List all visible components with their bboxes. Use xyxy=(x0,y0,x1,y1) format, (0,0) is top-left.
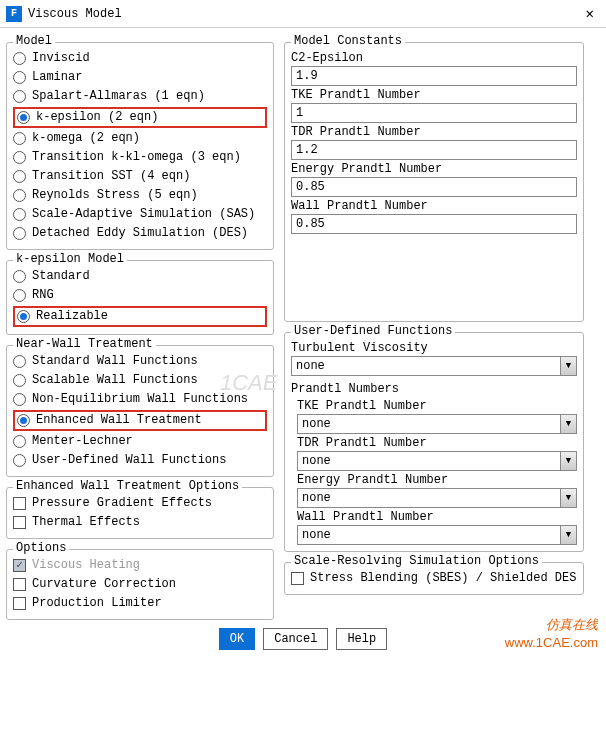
constant-label: TKE Prandtl Number xyxy=(291,86,577,103)
group-title-model: Model xyxy=(13,34,55,48)
model-option[interactable]: Reynolds Stress (5 eqn) xyxy=(13,186,267,205)
ke-model-label: RNG xyxy=(32,287,54,304)
radio-icon[interactable] xyxy=(13,393,26,406)
prandtl-value: none xyxy=(298,415,335,433)
prandtl-value: none xyxy=(298,452,335,470)
model-option[interactable]: k-omega (2 eqn) xyxy=(13,129,267,148)
radio-icon[interactable] xyxy=(13,355,26,368)
prandtl-select[interactable]: none▼ xyxy=(297,414,577,434)
group-title-srs: Scale-Resolving Simulation Options xyxy=(291,554,542,568)
checkbox-icon[interactable] xyxy=(13,597,26,610)
model-option[interactable]: Inviscid xyxy=(13,49,267,68)
model-label: k-epsilon (2 eqn) xyxy=(36,109,158,126)
group-ke-model: k-epsilon Model StandardRNGRealizable xyxy=(6,260,274,335)
constant-input[interactable]: 1.2 xyxy=(291,140,577,160)
near-wall-option[interactable]: Scalable Wall Functions xyxy=(13,371,267,390)
near-wall-option[interactable]: Non-Equilibrium Wall Functions xyxy=(13,390,267,409)
ke-model-label: Realizable xyxy=(36,308,108,325)
group-constants: Model Constants C2-Epsilon1.9TKE Prandtl… xyxy=(284,42,584,322)
close-icon[interactable]: ✕ xyxy=(580,5,600,22)
model-label: Reynolds Stress (5 eqn) xyxy=(32,187,198,204)
radio-icon[interactable] xyxy=(13,52,26,65)
chevron-down-icon[interactable]: ▼ xyxy=(560,415,576,433)
constant-input[interactable]: 0.85 xyxy=(291,214,577,234)
model-option[interactable]: k-epsilon (2 eqn) xyxy=(13,107,267,128)
udf-turb-visc-value: none xyxy=(292,357,329,375)
chevron-down-icon[interactable]: ▼ xyxy=(560,526,576,544)
ke-model-option[interactable]: Realizable xyxy=(13,306,267,327)
checkbox-icon[interactable] xyxy=(13,516,26,529)
constant-input[interactable]: 1.9 xyxy=(291,66,577,86)
model-option[interactable]: Laminar xyxy=(13,68,267,87)
model-label: Detached Eddy Simulation (DES) xyxy=(32,225,248,242)
watermark-line2: www.1CAE.com xyxy=(505,634,598,652)
window-title: Viscous Model xyxy=(28,7,122,21)
radio-icon[interactable] xyxy=(13,170,26,183)
checkbox-icon xyxy=(13,559,26,572)
near-wall-option[interactable]: Menter-Lechner xyxy=(13,432,267,451)
model-label: Scale-Adaptive Simulation (SAS) xyxy=(32,206,255,223)
radio-icon[interactable] xyxy=(17,310,30,323)
near-wall-option[interactable]: Enhanced Wall Treatment xyxy=(13,410,267,431)
checkbox-icon[interactable] xyxy=(13,497,26,510)
radio-icon[interactable] xyxy=(13,90,26,103)
udf-turb-visc-select[interactable]: none ▼ xyxy=(291,356,577,376)
ewt-option[interactable]: Pressure Gradient Effects xyxy=(13,494,267,513)
model-option[interactable]: Scale-Adaptive Simulation (SAS) xyxy=(13,205,267,224)
near-wall-label: Enhanced Wall Treatment xyxy=(36,412,202,429)
group-udf: User-Defined Functions Turbulent Viscosi… xyxy=(284,332,584,552)
radio-icon[interactable] xyxy=(13,208,26,221)
prandtl-label: TKE Prandtl Number xyxy=(297,397,577,414)
group-options: Options Viscous HeatingCurvature Correct… xyxy=(6,549,274,620)
options-option[interactable]: Production Limiter xyxy=(13,594,267,613)
model-option[interactable]: Spalart-Allmaras (1 eqn) xyxy=(13,87,267,106)
radio-icon[interactable] xyxy=(13,374,26,387)
radio-icon[interactable] xyxy=(13,289,26,302)
near-wall-label: Standard Wall Functions xyxy=(32,353,198,370)
model-option[interactable]: Transition k-kl-omega (3 eqn) xyxy=(13,148,267,167)
prandtl-select[interactable]: none▼ xyxy=(297,525,577,545)
model-label: Laminar xyxy=(32,69,82,86)
constant-input[interactable]: 1 xyxy=(291,103,577,123)
model-label: Transition SST (4 eqn) xyxy=(32,168,190,185)
checkbox-icon[interactable] xyxy=(13,578,26,591)
chevron-down-icon[interactable]: ▼ xyxy=(560,357,576,375)
radio-icon[interactable] xyxy=(17,414,30,427)
radio-icon[interactable] xyxy=(13,132,26,145)
ke-model-option[interactable]: RNG xyxy=(13,286,267,305)
radio-icon[interactable] xyxy=(13,151,26,164)
radio-icon[interactable] xyxy=(13,454,26,467)
ke-model-option[interactable]: Standard xyxy=(13,267,267,286)
group-model: Model InviscidLaminarSpalart-Allmaras (1… xyxy=(6,42,274,250)
radio-icon[interactable] xyxy=(13,189,26,202)
options-option: Viscous Heating xyxy=(13,556,267,575)
cancel-button[interactable]: Cancel xyxy=(263,628,328,650)
model-option[interactable]: Detached Eddy Simulation (DES) xyxy=(13,224,267,243)
help-button[interactable]: Help xyxy=(336,628,387,650)
watermark: 仿真在线 www.1CAE.com xyxy=(505,616,598,652)
radio-icon[interactable] xyxy=(13,435,26,448)
near-wall-option[interactable]: User-Defined Wall Functions xyxy=(13,451,267,470)
app-icon: F xyxy=(6,6,22,22)
radio-icon[interactable] xyxy=(13,71,26,84)
options-option[interactable]: Curvature Correction xyxy=(13,575,267,594)
radio-icon[interactable] xyxy=(13,227,26,240)
group-title-udf: User-Defined Functions xyxy=(291,324,455,338)
prandtl-select[interactable]: none▼ xyxy=(297,488,577,508)
ewt-option[interactable]: Thermal Effects xyxy=(13,513,267,532)
chevron-down-icon[interactable]: ▼ xyxy=(560,489,576,507)
constant-input[interactable]: 0.85 xyxy=(291,177,577,197)
prandtl-select[interactable]: none▼ xyxy=(297,451,577,471)
options-label: Curvature Correction xyxy=(32,576,176,593)
radio-icon[interactable] xyxy=(17,111,30,124)
near-wall-option[interactable]: Standard Wall Functions xyxy=(13,352,267,371)
srs-checkbox[interactable] xyxy=(291,572,304,585)
ok-button[interactable]: OK xyxy=(219,628,255,650)
chevron-down-icon[interactable]: ▼ xyxy=(560,452,576,470)
radio-icon[interactable] xyxy=(13,270,26,283)
prandtl-label: TDR Prandtl Number xyxy=(297,434,577,451)
group-title-near-wall: Near-Wall Treatment xyxy=(13,337,156,351)
options-label: Production Limiter xyxy=(32,595,162,612)
watermark-line1: 仿真在线 xyxy=(505,616,598,634)
model-option[interactable]: Transition SST (4 eqn) xyxy=(13,167,267,186)
